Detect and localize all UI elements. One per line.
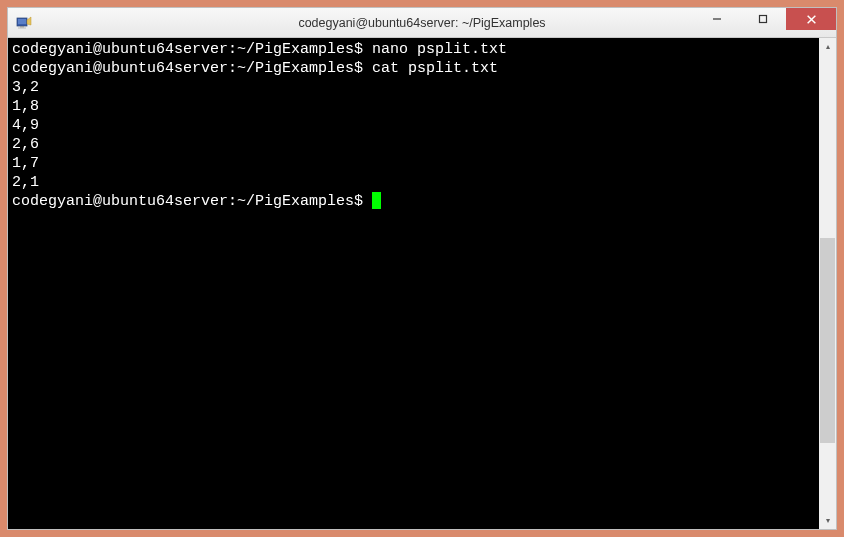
- terminal-line: codegyani@ubuntu64server:~/PigExamples$: [12, 192, 815, 211]
- scroll-up-button[interactable]: ▴: [819, 38, 836, 55]
- terminal-window: codegyani@ubuntu64server: ~/PigExamples: [7, 7, 837, 530]
- prompt: codegyani@ubuntu64server:~/PigExamples$: [12, 60, 372, 77]
- prompt: codegyani@ubuntu64server:~/PigExamples$: [12, 193, 372, 210]
- putty-icon: [16, 15, 32, 31]
- terminal-line: 2,6: [12, 135, 815, 154]
- output-text: 4,9: [12, 117, 39, 134]
- command-text: nano psplit.txt: [372, 41, 507, 58]
- terminal-line: 2,1: [12, 173, 815, 192]
- output-text: 1,8: [12, 98, 39, 115]
- minimize-button[interactable]: [694, 8, 740, 30]
- svg-rect-5: [760, 16, 767, 23]
- content-area: codegyani@ubuntu64server:~/PigExamples$ …: [8, 38, 836, 529]
- output-text: 2,6: [12, 136, 39, 153]
- terminal-line: codegyani@ubuntu64server:~/PigExamples$ …: [12, 59, 815, 78]
- svg-rect-1: [18, 19, 26, 24]
- command-text: cat psplit.txt: [372, 60, 498, 77]
- output-text: 3,2: [12, 79, 39, 96]
- maximize-icon: [758, 14, 768, 24]
- svg-rect-2: [20, 26, 24, 28]
- scroll-down-button[interactable]: ▾: [819, 512, 836, 529]
- terminal-line: 1,8: [12, 97, 815, 116]
- output-text: 2,1: [12, 174, 39, 191]
- close-button[interactable]: [786, 8, 836, 30]
- maximize-button[interactable]: [740, 8, 786, 30]
- terminal-output[interactable]: codegyani@ubuntu64server:~/PigExamples$ …: [8, 38, 819, 529]
- terminal-line: codegyani@ubuntu64server:~/PigExamples$ …: [12, 40, 815, 59]
- scroll-thumb[interactable]: [820, 238, 835, 444]
- close-icon: [806, 14, 817, 25]
- window-controls: [694, 8, 836, 37]
- svg-rect-3: [18, 27, 26, 28]
- minimize-icon: [712, 14, 722, 24]
- cursor: [372, 192, 381, 209]
- terminal-line: 3,2: [12, 78, 815, 97]
- output-text: 1,7: [12, 155, 39, 172]
- terminal-line: 4,9: [12, 116, 815, 135]
- titlebar[interactable]: codegyani@ubuntu64server: ~/PigExamples: [8, 8, 836, 38]
- terminal-line: 1,7: [12, 154, 815, 173]
- vertical-scrollbar[interactable]: ▴ ▾: [819, 38, 836, 529]
- scroll-track[interactable]: [819, 55, 836, 512]
- prompt: codegyani@ubuntu64server:~/PigExamples$: [12, 41, 372, 58]
